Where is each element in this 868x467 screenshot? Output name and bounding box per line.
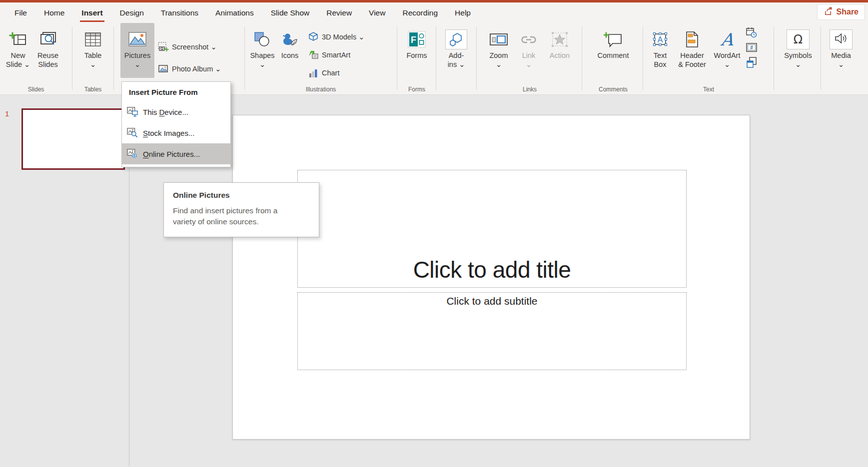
group-separator <box>821 27 821 90</box>
ribbon-group-text: A Text Box Header & Footer A WordArt ⌄ # <box>646 23 771 95</box>
object-icon <box>747 57 757 70</box>
table-icon <box>85 29 101 49</box>
object-button[interactable] <box>745 57 758 70</box>
group-label-links: Links <box>480 86 580 93</box>
pictures-button[interactable]: Pictures ⌄ <box>120 23 154 78</box>
slide-thumbnail[interactable] <box>21 108 125 170</box>
photo-album-button[interactable]: Photo Album ⌄ <box>156 58 223 80</box>
zoom-icon <box>490 29 508 49</box>
header-footer-icon <box>686 29 699 49</box>
new-slide-icon <box>9 29 27 49</box>
stock-images-icon <box>127 127 138 138</box>
wordart-button[interactable]: A WordArt ⌄ <box>710 23 744 78</box>
shapes-icon <box>254 29 270 49</box>
group-separator <box>72 27 72 90</box>
subtitle-placeholder[interactable]: Click to add subtitle <box>297 292 687 370</box>
slide-number-icon: # <box>746 43 757 54</box>
slide-number-button[interactable]: # <box>745 42 758 55</box>
insert-picture-dropdown: Insert Picture From This Device... Stock… <box>121 81 231 167</box>
forms-icon: F <box>408 29 426 49</box>
text-box-icon: A <box>652 29 668 49</box>
omega-symbol-icon: Ω <box>794 32 803 46</box>
tab-transitions[interactable]: Transitions <box>152 2 207 23</box>
active-tab-underline <box>80 20 104 22</box>
slide-canvas[interactable]: Click to add title Click to add subtitle <box>232 115 750 440</box>
ribbon-group-forms: F Forms Forms <box>400 23 433 95</box>
group-separator <box>643 27 643 90</box>
group-separator <box>476 27 477 90</box>
add-ins-button[interactable]: Add- ins ⌄ <box>440 23 472 78</box>
tab-home[interactable]: Home <box>35 2 73 23</box>
menu-item-label: Stock Images... <box>143 129 194 137</box>
smartart-button[interactable]: SmartArt <box>306 47 367 63</box>
date-time-icon <box>746 27 757 40</box>
online-pictures-tooltip: Online Pictures Find and insert pictures… <box>163 182 319 237</box>
share-button[interactable]: Share <box>817 4 865 20</box>
tab-design[interactable]: Design <box>111 2 152 23</box>
icons-button[interactable]: Icons <box>277 23 303 78</box>
ribbon-group-tables: Table ⌄ Tables <box>75 23 111 95</box>
group-separator <box>582 27 582 90</box>
tab-insert[interactable]: Insert <box>73 2 111 23</box>
group-separator <box>436 27 436 90</box>
comment-button[interactable]: Comment <box>592 23 634 78</box>
group-label-text: Text <box>646 86 771 93</box>
media-speaker-icon <box>835 32 848 46</box>
tab-slide-show[interactable]: Slide Show <box>262 2 318 23</box>
forms-button[interactable]: F Forms <box>401 23 432 78</box>
tab-animations[interactable]: Animations <box>207 2 262 23</box>
link-icon <box>520 29 537 49</box>
ribbon-group-slides: New Slide ⌄ Reuse Slides Slides <box>3 23 69 95</box>
action-button: Action <box>544 23 575 78</box>
tab-view[interactable]: View <box>360 2 394 23</box>
share-icon <box>824 6 833 18</box>
tab-help[interactable]: Help <box>446 2 479 23</box>
online-pictures-icon <box>127 148 138 159</box>
group-label-slides: Slides <box>3 86 69 93</box>
text-box-button[interactable]: A Text Box <box>646 23 674 78</box>
header-footer-button[interactable]: Header & Footer <box>674 23 710 78</box>
tab-recording[interactable]: Recording <box>394 2 446 23</box>
group-label-tables: Tables <box>75 86 111 93</box>
photo-album-icon <box>158 64 169 73</box>
group-label-comments: Comments <box>585 86 641 93</box>
menu-item-this-device[interactable]: This Device... <box>122 101 230 122</box>
media-button[interactable]: Media ⌄ <box>825 23 857 78</box>
reuse-slides-icon <box>39 29 57 49</box>
svg-text:A: A <box>658 35 663 44</box>
3d-models-button[interactable]: 3D Models ⌄ <box>306 29 367 45</box>
table-button[interactable]: Table ⌄ <box>78 23 108 78</box>
icons-duck-icon <box>281 29 298 49</box>
wordart-icon: A <box>720 31 734 48</box>
chart-button[interactable]: Chart <box>306 65 367 81</box>
menu-bar: File Home Insert Design Transitions Anim… <box>0 2 868 23</box>
date-time-button[interactable] <box>745 27 758 40</box>
ribbon-group-media: Media ⌄ <box>824 23 859 95</box>
action-icon <box>551 29 568 49</box>
screenshot-button[interactable]: Screenshot ⌄ <box>156 36 223 58</box>
ribbon-group-links: Zoom ⌄ Link ⌄ Action Links <box>480 23 580 95</box>
ribbon-group-illustrations: Shapes ⌄ Icons 3D Models ⌄ SmartArt <box>248 23 394 95</box>
group-separator <box>113 27 114 90</box>
chart-icon <box>308 68 319 78</box>
tab-review[interactable]: Review <box>318 2 360 23</box>
zoom-button[interactable]: Zoom ⌄ <box>484 23 513 78</box>
menu-item-stock-images[interactable]: Stock Images... <box>122 122 230 143</box>
symbols-button[interactable]: Ω Symbols ⌄ <box>779 23 817 78</box>
3d-models-icon <box>308 32 319 42</box>
group-separator <box>774 27 774 90</box>
tab-file[interactable]: File <box>6 2 35 23</box>
title-placeholder[interactable]: Click to add title <box>297 170 687 288</box>
this-device-icon <box>127 106 138 117</box>
group-separator <box>397 27 397 90</box>
group-separator <box>244 27 245 90</box>
menu-item-online-pictures[interactable]: Online Pictures... <box>122 143 230 164</box>
svg-text:F: F <box>411 35 416 45</box>
shapes-button[interactable]: Shapes ⌄ <box>248 23 277 78</box>
tooltip-title: Online Pictures <box>173 191 310 200</box>
dropdown-header: Insert Picture From <box>122 82 230 101</box>
reuse-slides-button[interactable]: Reuse Slides <box>33 23 63 78</box>
link-button: Link ⌄ <box>516 23 541 78</box>
smartart-icon <box>308 50 319 59</box>
new-slide-button[interactable]: New Slide ⌄ <box>3 23 33 78</box>
